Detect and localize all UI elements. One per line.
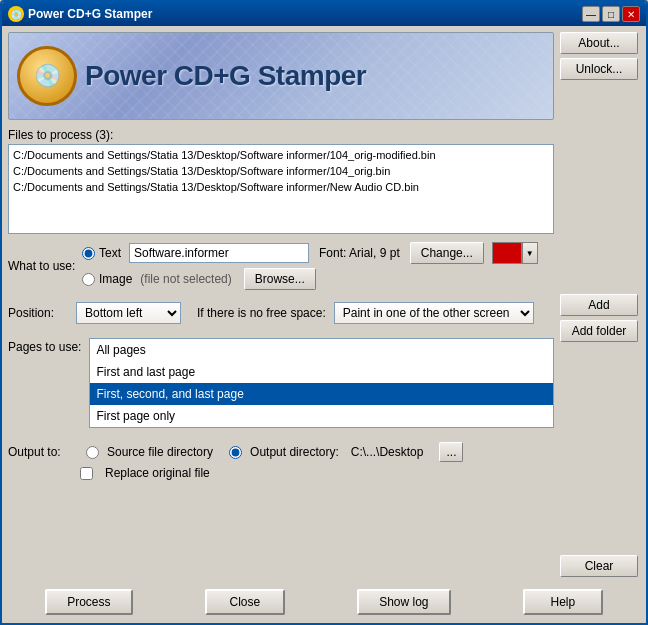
color-swatch[interactable] xyxy=(492,242,522,264)
image-option-row: Image (file not selected) Browse... xyxy=(82,268,538,290)
banner-icon: 💿 xyxy=(34,63,61,89)
font-label: Font: Arial, 9 pt xyxy=(319,246,400,260)
files-section: Files to process (3): C:/Documents and S… xyxy=(8,128,554,234)
text-radio-label: Text xyxy=(99,246,121,260)
text-input[interactable] xyxy=(129,243,309,263)
pages-list[interactable]: All pagesFirst and last pageFirst, secon… xyxy=(89,338,554,428)
add-folder-button[interactable]: Add folder xyxy=(560,320,638,342)
position-select[interactable]: Top leftTop centerTop rightBottom leftBo… xyxy=(76,302,181,324)
maximize-button[interactable]: □ xyxy=(602,6,620,22)
color-picker-group: ▼ xyxy=(492,242,538,264)
close-dialog-button[interactable]: Close xyxy=(205,589,285,615)
main-area: 💿 Power CD+G Stamper Files to process (3… xyxy=(8,32,554,577)
change-button[interactable]: Change... xyxy=(410,242,484,264)
file-item-1[interactable]: C:/Documents and Settings/Statia 13/Desk… xyxy=(13,147,549,163)
pages-label: Pages to use: xyxy=(8,338,81,354)
banner-logo: 💿 xyxy=(17,46,77,106)
pages-section: Pages to use: All pagesFirst and last pa… xyxy=(8,334,554,432)
replace-checkbox[interactable] xyxy=(80,467,93,480)
process-button[interactable]: Process xyxy=(45,589,132,615)
minimize-button[interactable]: — xyxy=(582,6,600,22)
content-area: 💿 Power CD+G Stamper Files to process (3… xyxy=(2,26,646,583)
pages-list-item-0[interactable]: All pages xyxy=(90,339,553,361)
file-item-3[interactable]: C:/Documents and Settings/Statia 13/Desk… xyxy=(13,179,549,195)
radio-options: Text Font: Arial, 9 pt Change... ▼ xyxy=(82,242,538,290)
banner: 💿 Power CD+G Stamper xyxy=(8,32,554,120)
color-dropdown-button[interactable]: ▼ xyxy=(522,242,538,264)
text-radio[interactable] xyxy=(82,247,95,260)
right-panel: About... Unlock... Add Add folder Clear xyxy=(560,32,640,577)
no-free-select[interactable]: Paint in one of the other screen corners… xyxy=(334,302,534,324)
help-button[interactable]: Help xyxy=(523,589,603,615)
output-dir-radio[interactable] xyxy=(229,446,242,459)
output-row: Output to: Source file directory Output … xyxy=(8,442,554,462)
output-section: Output to: Source file directory Output … xyxy=(8,438,554,484)
title-bar-left: 💿 Power CD+G Stamper xyxy=(8,6,152,22)
pages-list-item-2[interactable]: First, second, and last page xyxy=(90,383,553,405)
close-button[interactable]: ✕ xyxy=(622,6,640,22)
what-to-use-section: What to use: Text Font: Arial, 9 pt Chan… xyxy=(8,240,554,292)
show-log-button[interactable]: Show log xyxy=(357,589,450,615)
source-dir-radio[interactable] xyxy=(86,446,99,459)
bottom-bar: Process Close Show log Help xyxy=(2,583,646,623)
image-placeholder: (file not selected) xyxy=(140,272,231,286)
replace-row: Replace original file xyxy=(80,466,554,480)
image-radio-label: Image xyxy=(99,272,132,286)
text-option-row: Text Font: Arial, 9 pt Change... ▼ xyxy=(82,242,538,264)
source-dir-label: Source file directory xyxy=(107,445,213,459)
no-free-label: If there is no free space: xyxy=(197,306,326,320)
add-button[interactable]: Add xyxy=(560,294,638,316)
main-window: 💿 Power CD+G Stamper — □ ✕ 💿 Power CD+G … xyxy=(0,0,648,625)
output-dir-label: Output directory: xyxy=(250,445,339,459)
files-label: Files to process (3): xyxy=(8,128,554,142)
what-to-use-label: What to use: xyxy=(8,259,78,273)
banner-title: Power CD+G Stamper xyxy=(85,60,366,92)
pages-list-item-3[interactable]: First page only xyxy=(90,405,553,427)
unlock-button[interactable]: Unlock... xyxy=(560,58,638,80)
output-path: C:\...\Desktop xyxy=(351,445,424,459)
output-label: Output to: xyxy=(8,445,78,459)
app-icon: 💿 xyxy=(8,6,24,22)
files-list[interactable]: C:/Documents and Settings/Statia 13/Desk… xyxy=(8,144,554,234)
title-controls: — □ ✕ xyxy=(582,6,640,22)
position-section: Position: Top leftTop centerTop rightBot… xyxy=(8,298,554,328)
pages-list-item-4[interactable]: Last page only xyxy=(90,427,553,428)
file-item-2[interactable]: C:/Documents and Settings/Statia 13/Desk… xyxy=(13,163,549,179)
browse-button[interactable]: Browse... xyxy=(244,268,316,290)
window-title: Power CD+G Stamper xyxy=(28,7,152,21)
pages-list-item-1[interactable]: First and last page xyxy=(90,361,553,383)
what-to-use-row: What to use: Text Font: Arial, 9 pt Chan… xyxy=(8,242,554,290)
output-browse-button[interactable]: ... xyxy=(439,442,463,462)
image-radio[interactable] xyxy=(82,273,95,286)
title-bar: 💿 Power CD+G Stamper — □ ✕ xyxy=(2,2,646,26)
replace-label: Replace original file xyxy=(105,466,210,480)
about-button[interactable]: About... xyxy=(560,32,638,54)
clear-button[interactable]: Clear xyxy=(560,555,638,577)
position-label: Position: xyxy=(8,306,68,320)
